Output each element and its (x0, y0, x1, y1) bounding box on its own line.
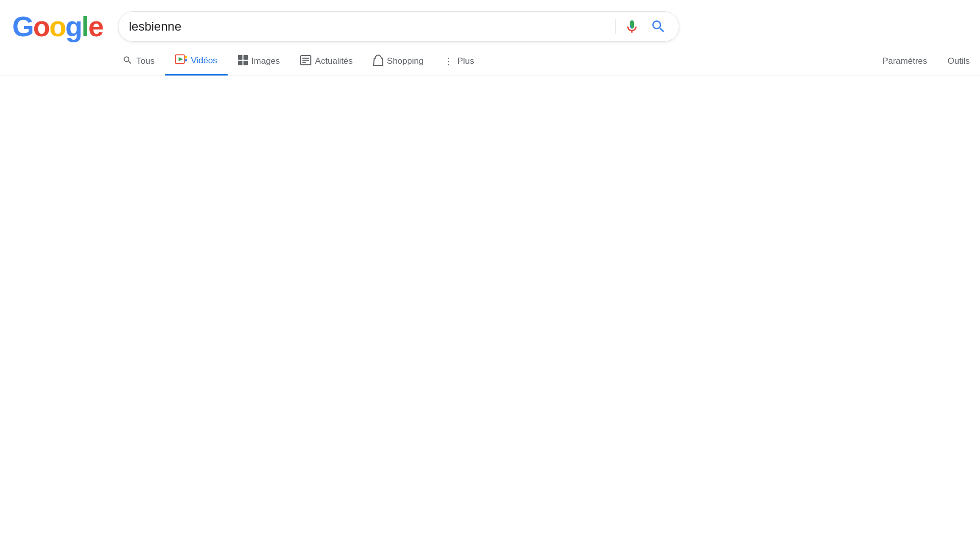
nav-label-outils: Outils (948, 56, 970, 66)
google-logo[interactable]: Google (12, 13, 103, 41)
search-nav: Tous Vidéos Images (0, 47, 980, 76)
nav-item-parametres[interactable]: Paramètres (872, 49, 938, 73)
microphone-icon (624, 18, 640, 35)
logo-letter-e: e (88, 11, 103, 42)
news-icon (300, 55, 311, 68)
nav-item-videos[interactable]: Vidéos (165, 47, 228, 76)
nav-item-plus[interactable]: ⋮ Plus (434, 48, 484, 74)
svg-rect-6 (238, 61, 242, 65)
nav-label-plus: Plus (457, 56, 474, 66)
search-bar-container: lesbienne (118, 11, 679, 42)
logo-letter-g1: G (12, 11, 33, 42)
divider (615, 19, 616, 34)
search-nav-icon (122, 55, 133, 68)
logo-letter-o1: o (33, 11, 50, 42)
voice-search-button[interactable] (622, 16, 642, 37)
nav-label-parametres: Paramètres (883, 56, 927, 66)
search-icon (650, 18, 667, 35)
logo-letter-g2: g (65, 11, 82, 42)
nav-item-tous[interactable]: Tous (112, 48, 165, 75)
svg-rect-7 (243, 61, 248, 65)
search-bar: lesbienne (118, 11, 679, 42)
nav-item-shopping[interactable]: Shopping (363, 47, 434, 76)
logo-letter-o2: o (49, 11, 65, 42)
svg-rect-2 (185, 56, 187, 58)
svg-rect-9 (302, 58, 309, 59)
svg-rect-4 (238, 55, 242, 60)
nav-label-images: Images (252, 56, 280, 66)
nav-item-outils[interactable]: Outils (938, 49, 980, 73)
video-icon (175, 54, 187, 67)
header: Google lesbienne (0, 0, 980, 42)
svg-rect-10 (302, 60, 309, 61)
images-icon (238, 55, 248, 68)
nav-label-tous: Tous (136, 56, 155, 66)
shopping-icon (373, 55, 383, 68)
search-button[interactable] (648, 16, 669, 37)
search-input[interactable]: lesbienne (129, 19, 609, 34)
svg-rect-3 (185, 59, 187, 61)
svg-rect-11 (302, 62, 306, 63)
logo-letter-l: l (82, 11, 88, 42)
nav-item-images[interactable]: Images (228, 48, 290, 75)
nav-label-videos: Vidéos (191, 56, 217, 66)
nav-label-shopping: Shopping (387, 56, 424, 66)
svg-rect-5 (243, 55, 248, 60)
nav-label-actualites: Actualités (315, 56, 353, 66)
nav-item-actualites[interactable]: Actualités (290, 48, 363, 75)
more-icon: ⋮ (444, 56, 454, 67)
